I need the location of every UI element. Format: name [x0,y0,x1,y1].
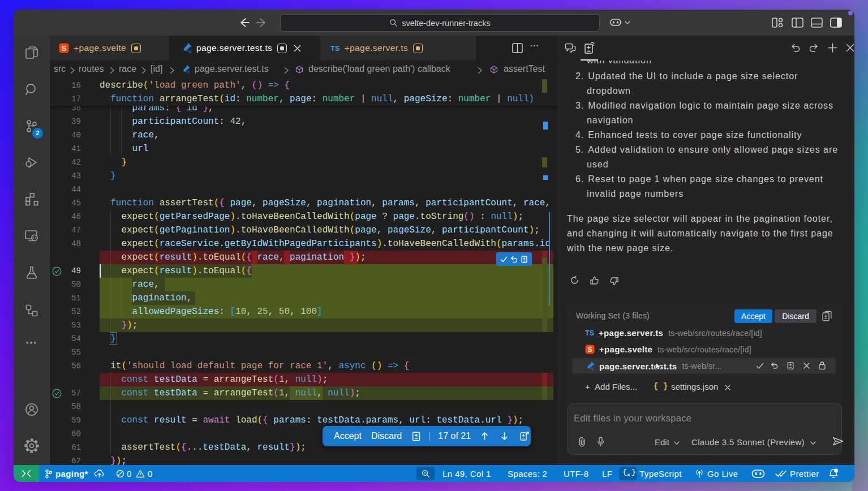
svg-text:S: S [188,49,192,53]
svg-text:S: S [62,44,67,53]
svg-text:S: S [587,346,592,354]
svg-text:S: S [187,70,190,74]
svg-text:S: S [592,367,595,371]
